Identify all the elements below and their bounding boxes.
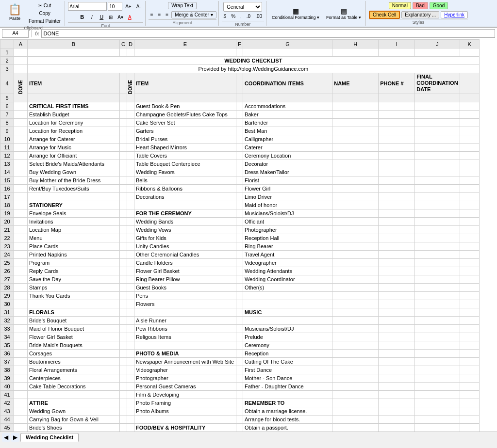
col-header-d[interactable]: D <box>127 40 134 48</box>
coord-g-22[interactable]: Reception Hall <box>243 234 332 242</box>
cell-c-42[interactable] <box>120 399 127 407</box>
increase-decimal-button[interactable]: .00 <box>253 13 264 20</box>
cell-c-6[interactable] <box>120 102 127 110</box>
italic-button[interactable]: I <box>87 13 96 21</box>
row-header-3[interactable]: 3 <box>0 65 14 73</box>
cell-1-8[interactable] <box>379 48 415 57</box>
item-b-32[interactable]: Bride's Bouquet <box>28 316 120 324</box>
cell-1-2[interactable] <box>120 48 127 57</box>
name-header[interactable]: NAME <box>332 73 379 94</box>
cell-c-13[interactable] <box>120 160 127 168</box>
cell-f-38[interactable] <box>236 366 243 374</box>
date-j-12[interactable] <box>415 151 460 160</box>
done-d-31[interactable] <box>127 308 134 316</box>
cell-c-44[interactable] <box>120 415 127 423</box>
item-e-6[interactable]: Guest Book & Pen <box>134 102 236 110</box>
cell-f-24[interactable] <box>236 250 243 258</box>
subtitle-cell[interactable]: Provided by http://blog.WeddingGuidance.… <box>28 65 480 73</box>
row-header-20[interactable]: 20 <box>0 217 14 225</box>
name-h-21[interactable] <box>332 225 379 234</box>
name-h-31[interactable] <box>332 308 379 316</box>
cell-k-26[interactable] <box>460 267 479 275</box>
item-e-20[interactable]: Wedding Bands <box>134 217 236 225</box>
item-b-24[interactable]: Printed Napkins <box>28 250 120 258</box>
cell-f-35[interactable] <box>236 341 243 349</box>
date-j-24[interactable] <box>415 250 460 258</box>
name-h-34[interactable] <box>332 333 379 341</box>
cell-5-c[interactable] <box>120 94 127 102</box>
row-header-35[interactable]: 35 <box>0 341 14 349</box>
done-a-7[interactable] <box>14 110 28 118</box>
cell-f-11[interactable] <box>236 143 243 151</box>
cell-f-15[interactable] <box>236 176 243 184</box>
done-d-43[interactable] <box>127 407 134 415</box>
phone-i-29[interactable] <box>379 291 415 300</box>
done-d-13[interactable] <box>127 160 134 168</box>
copy-button[interactable]: Copy <box>27 10 63 17</box>
name-h-10[interactable] <box>332 135 379 143</box>
cell-f-13[interactable] <box>236 160 243 168</box>
item-e-24[interactable]: Other Ceremonial Candles <box>134 250 236 258</box>
cell-f-45[interactable] <box>236 423 243 432</box>
cell-c-39[interactable] <box>120 374 127 382</box>
wrap-text-button[interactable]: Wrap Text <box>168 2 197 9</box>
row-header-18[interactable]: 18 <box>0 201 14 209</box>
row-header-36[interactable]: 36 <box>0 349 14 357</box>
date-j-22[interactable] <box>415 234 460 242</box>
cell-c-32[interactable] <box>120 316 127 324</box>
done-d-18[interactable] <box>127 201 134 209</box>
name-h-24[interactable] <box>332 250 379 258</box>
coord-g-43[interactable]: Obtain a marriage license. <box>243 407 332 415</box>
done-d-16[interactable] <box>127 184 134 192</box>
cell-k-16[interactable] <box>460 184 479 192</box>
cell-k-34[interactable] <box>460 333 479 341</box>
row-header-32[interactable]: 32 <box>0 316 14 324</box>
cell-k-21[interactable] <box>460 225 479 234</box>
name-h-32[interactable] <box>332 316 379 324</box>
row-header-15[interactable]: 15 <box>0 176 14 184</box>
cell-f-42[interactable] <box>236 399 243 407</box>
cell-k-9[interactable] <box>460 127 479 135</box>
done-d-44[interactable] <box>127 415 134 423</box>
item-b-12[interactable]: Arrange for Officiant <box>28 151 120 160</box>
done-d-26[interactable] <box>127 267 134 275</box>
date-j-18[interactable] <box>415 201 460 209</box>
cell-f-18[interactable] <box>236 201 243 209</box>
done-a-32[interactable] <box>14 316 28 324</box>
format-painter-button[interactable]: Format Painter <box>27 17 63 25</box>
done-a-8[interactable] <box>14 118 28 127</box>
row-header-10[interactable]: 10 <box>0 135 14 143</box>
coord-g-18[interactable]: Maid of honor <box>243 201 332 209</box>
date-j-19[interactable] <box>415 209 460 217</box>
done-a-28[interactable] <box>14 283 28 291</box>
item-e-32[interactable]: Aisle Runner <box>134 316 236 324</box>
name-h-17[interactable] <box>332 192 379 201</box>
font-color-button[interactable]: A <box>126 14 133 21</box>
row-header-11[interactable]: 11 <box>0 143 14 151</box>
name-h-30[interactable] <box>332 300 379 308</box>
cell-c-45[interactable] <box>120 423 127 432</box>
coord-g-14[interactable]: Dress Maker/Tailor <box>243 168 332 176</box>
date-j-31[interactable] <box>415 308 460 316</box>
cell-k-42[interactable] <box>460 399 479 407</box>
done-d-23[interactable] <box>127 242 134 250</box>
row-header-21[interactable]: 21 <box>0 225 14 234</box>
cell-c-25[interactable] <box>120 258 127 267</box>
col-header-b[interactable]: B <box>28 40 120 48</box>
item-b-45[interactable]: Bride's Shoes <box>28 423 120 432</box>
coord-g-23[interactable]: Ring Bearer <box>243 242 332 250</box>
done-d-29[interactable] <box>127 291 134 300</box>
cell-1-3[interactable] <box>127 48 134 57</box>
cell-f-34[interactable] <box>236 333 243 341</box>
row-header-27[interactable]: 27 <box>0 275 14 283</box>
done-a-24[interactable] <box>14 250 28 258</box>
item-b-39[interactable]: Centerpieces <box>28 374 120 382</box>
align-right-button[interactable]: ≡ <box>164 11 170 18</box>
phone-i-28[interactable] <box>379 283 415 291</box>
row-header-24[interactable]: 24 <box>0 250 14 258</box>
cell-f-6[interactable] <box>236 102 243 110</box>
nav-left-button[interactable]: ◀ <box>2 433 10 442</box>
item-e-28[interactable]: Guest Books <box>134 283 236 291</box>
cell-k-37[interactable] <box>460 357 479 366</box>
date-j-17[interactable] <box>415 192 460 201</box>
